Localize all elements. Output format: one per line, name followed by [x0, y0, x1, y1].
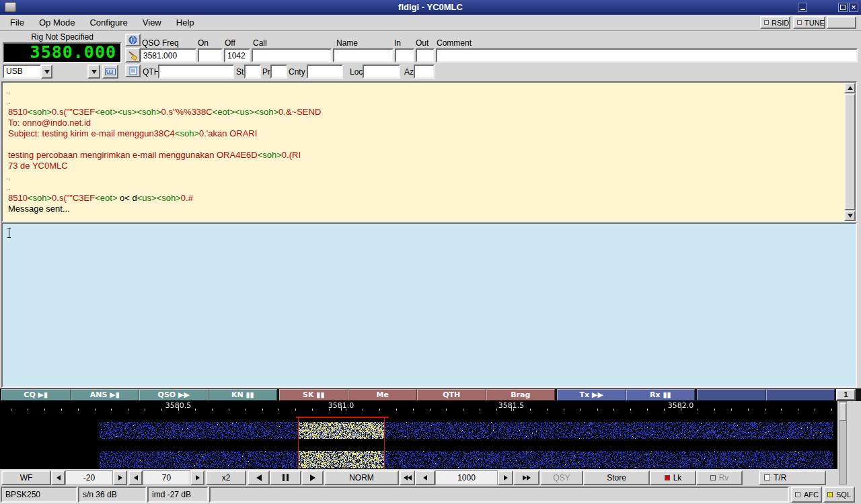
menu-help[interactable]: Help	[169, 15, 202, 30]
qso-freq-input[interactable]	[140, 48, 196, 62]
arrow-left-icon	[256, 474, 262, 481]
menu-view[interactable]: View	[135, 15, 169, 30]
out-input[interactable]	[416, 48, 435, 62]
call-input[interactable]	[252, 48, 332, 62]
scroll-up-button[interactable]	[844, 83, 856, 93]
arrow-left-icon	[57, 475, 61, 480]
afc-led-icon	[795, 492, 800, 497]
in-input[interactable]	[395, 48, 414, 62]
st-input[interactable]	[244, 65, 261, 79]
store-button[interactable]: Store	[583, 470, 650, 485]
rx-line: 8510<soh>0.s(""C3EF<eot> o< d<us><soh>0.…	[8, 193, 844, 204]
rsid-led-icon	[764, 20, 769, 25]
keyboard-button[interactable]	[102, 65, 118, 79]
lock-button[interactable]: Lk	[650, 470, 696, 485]
text-cursor	[7, 228, 11, 238]
wf-lower-increase-button[interactable]	[113, 470, 127, 485]
loc-input[interactable]	[363, 65, 400, 79]
pr-input[interactable]	[270, 65, 287, 79]
arrow-right-icon	[310, 474, 315, 481]
menu-configure[interactable]: Configure	[82, 15, 135, 30]
menu-file[interactable]: File	[3, 15, 32, 30]
minimize-button[interactable]	[798, 3, 807, 12]
reverse-button[interactable]: Rv	[696, 470, 743, 485]
rig-bw-dropdown-icon[interactable]	[87, 65, 100, 79]
tune-toggle[interactable]: TUNE	[793, 16, 825, 29]
reverse-led-icon	[710, 475, 716, 480]
afc-toggle[interactable]: AFC	[791, 487, 822, 503]
macro-button-me[interactable]: Me	[348, 389, 418, 401]
in-label: In	[394, 38, 401, 48]
on-input[interactable]	[198, 48, 223, 62]
lock-label: Lk	[673, 473, 682, 482]
rx-line: Subject: testing kirim e-mail menggun38C…	[8, 128, 844, 139]
close-button[interactable]: ✕	[849, 3, 858, 12]
carrier-right-button[interactable]	[498, 470, 513, 485]
macro-button-qth[interactable]: QTH	[417, 389, 486, 401]
wf-shift-right-button[interactable]	[301, 470, 324, 485]
macro-button-ans[interactable]: ANS ▶▮	[71, 389, 140, 401]
waterfall-canvas[interactable]	[0, 401, 837, 469]
off-input[interactable]	[224, 48, 250, 62]
rx-line	[8, 139, 844, 150]
qsy-button[interactable]: QSY	[540, 470, 583, 485]
clear-fields-button[interactable]	[125, 48, 141, 62]
rig-mode-dropdown-icon[interactable]	[41, 65, 52, 79]
wf-mode-button[interactable]: WF	[1, 470, 51, 485]
macro-button-sk[interactable]: SK ▮▮	[279, 389, 348, 401]
lookup-call-button[interactable]	[125, 34, 141, 46]
macro-button-cq[interactable]: CQ ▶▮	[1, 389, 71, 401]
carrier-fast-right-button[interactable]	[513, 470, 539, 485]
rx-line: .	[8, 85, 844, 96]
maximize-button[interactable]	[838, 3, 848, 12]
macro-button-qso[interactable]: QSO ▶▶	[139, 389, 209, 401]
save-log-button[interactable]	[125, 65, 141, 77]
spare-toggle[interactable]	[827, 16, 856, 29]
snr-status: s/n 36 dB	[78, 487, 147, 503]
status-message-area	[209, 487, 789, 503]
rx-scrollbar[interactable]	[844, 83, 856, 221]
wf-zoom-button[interactable]: x2	[206, 470, 246, 485]
wf-lower-decrease-button[interactable]	[51, 470, 65, 485]
waterfall-panel: 3580.53581.03581.53582.0	[0, 401, 861, 469]
macro-button-brag[interactable]: Brag	[486, 389, 556, 401]
rx-text-panel[interactable]: ..8510<soh>0.s(""C3EF<eot><us><soh>0.s"%…	[1, 81, 857, 222]
waterfall-freq-label: 3581.5	[498, 401, 525, 410]
waterfall-slider-handle[interactable]	[839, 403, 846, 421]
macro-button-tx[interactable]: Tx ▶▶	[557, 389, 626, 401]
macro-button-kn[interactable]: KN ▮▮	[209, 389, 278, 401]
waterfall-freq-label: 3582.0	[668, 401, 694, 410]
mode-status-button[interactable]: BPSK250	[1, 487, 77, 503]
out-label: Out	[416, 38, 428, 48]
qth-input[interactable]	[158, 65, 234, 79]
wf-norm-button[interactable]: NORM	[324, 470, 399, 485]
cnty-input[interactable]	[307, 65, 343, 79]
tr-button[interactable]: T/R	[759, 470, 826, 485]
waterfall-controls: WF -20 70 x2 NORM 1000 QSY Store Lk Rv T…	[1, 469, 837, 486]
rig-mode-select[interactable]: USB	[3, 65, 41, 79]
qso-freq-label: QSO Freq	[142, 38, 179, 48]
wf-range-increase-button[interactable]	[190, 470, 204, 485]
az-input[interactable]	[414, 65, 435, 79]
scroll-thumb[interactable]	[844, 93, 856, 210]
wf-range-decrease-button[interactable]	[128, 470, 143, 485]
rig-frequency-display[interactable]: 3580.000	[3, 42, 122, 63]
macro-set-button[interactable]: 1	[836, 389, 856, 401]
scroll-down-button[interactable]	[844, 210, 856, 221]
macro-button-empty-12[interactable]	[766, 389, 835, 401]
rsid-toggle[interactable]: RSID	[760, 16, 790, 29]
sql-toggle[interactable]: SQL	[823, 487, 855, 503]
name-input[interactable]	[333, 48, 394, 62]
off-label: Off	[225, 38, 235, 48]
macro-button-rx[interactable]: Rx ▮▮	[626, 389, 696, 401]
wf-shift-left-button[interactable]	[248, 470, 270, 485]
menu-op-mode[interactable]: Op Mode	[32, 15, 82, 30]
macro-button-empty-11[interactable]	[697, 389, 766, 401]
carrier-fast-left-button[interactable]	[400, 470, 415, 485]
wf-pause-button[interactable]	[270, 470, 301, 485]
titlebar: fldigi - YC0MLC ✕	[0, 0, 861, 15]
waterfall-slider[interactable]	[839, 401, 847, 485]
tx-text-panel[interactable]	[1, 222, 857, 388]
carrier-left-button[interactable]	[415, 470, 435, 485]
comment-input[interactable]	[436, 48, 858, 62]
